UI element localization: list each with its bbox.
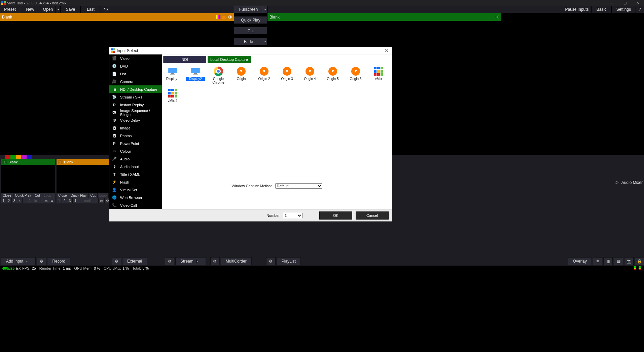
tile-quick play-button[interactable]: Quick Play [69, 193, 89, 198]
dialog-close-button[interactable]: ✕ [381, 48, 392, 53]
capture-item-origin-6[interactable]: Origin 6 [346, 67, 365, 84]
preset-button[interactable]: Preset [0, 6, 20, 13]
external-button[interactable]: External [122, 257, 147, 265]
playlist-button[interactable]: PlayList [277, 257, 301, 265]
category-stream-srt[interactable]: 📡Stream / SRT [109, 93, 162, 101]
category-dvd[interactable]: 💿DVD [109, 62, 162, 70]
pause-inputs-button[interactable]: Pause Inputs [563, 6, 592, 13]
overlay-3-button[interactable]: 3 [67, 198, 73, 203]
fade-button[interactable]: Fade▾ [234, 38, 267, 45]
record-button[interactable]: Record [47, 257, 70, 265]
input-tile[interactable]: 1BlankCloseQuick PlayCutLoop1234Audio▭⚙ [1, 159, 55, 203]
tile-cut-button[interactable]: Cut [33, 193, 42, 198]
quickplay-button[interactable]: Quick Play [234, 16, 267, 24]
overlay-button[interactable]: Overlay [568, 257, 592, 265]
chevron-down-icon[interactable]: ▾ [263, 38, 267, 45]
last-button[interactable]: Last [81, 6, 101, 13]
multicorder-settings-button[interactable]: ⚙ [210, 257, 220, 265]
monitor-icon[interactable]: ▭ [43, 198, 49, 203]
view-list-button[interactable]: ≡ [593, 257, 602, 265]
undo-button[interactable] [101, 6, 111, 13]
capture-item-vmix-2[interactable]: vMix 2 [163, 88, 182, 103]
new-button[interactable]: New [20, 6, 40, 13]
category-image-sequence-stinger[interactable]: 🖼Image Sequence / Stinger [109, 109, 162, 116]
help-button[interactable]: ? [636, 6, 644, 13]
category-instant-replay[interactable]: RInstant Replay [109, 101, 162, 109]
tile-quick play-button[interactable]: Quick Play [13, 193, 33, 198]
category-image[interactable]: 🖼Image [109, 124, 162, 132]
chevron-down-icon[interactable]: ▾ [196, 260, 201, 263]
tile-cut-button[interactable]: Cut [88, 193, 98, 198]
ok-button[interactable]: OK [319, 211, 352, 220]
audio-mixer-toggle[interactable]: Audio Mixer [614, 180, 643, 185]
color-tab[interactable] [16, 155, 21, 159]
capture-item-origin[interactable]: Origin [232, 67, 251, 84]
category-ndi-desktop-capture[interactable]: 🖥NDI / Desktop Capture [109, 85, 162, 93]
lock-button[interactable]: 🔒 [635, 257, 644, 265]
capture-item-vmix[interactable]: vMix [369, 67, 388, 84]
stream-settings-button[interactable]: ⚙ [165, 257, 174, 265]
category-audio-input[interactable]: 🎙Audio Input [109, 163, 162, 170]
tile-loop-button[interactable]: Loop [42, 193, 53, 198]
capture-item-display2[interactable]: Display2 [186, 67, 205, 84]
cut-button[interactable]: Cut [234, 27, 267, 35]
tile-loop-button[interactable]: Loop [98, 193, 109, 198]
tile-close-button[interactable]: Close [1, 193, 13, 198]
view-bars-button[interactable]: ▥ [603, 257, 613, 265]
cancel-button[interactable]: Cancel [356, 211, 389, 220]
category-photos[interactable]: 🖼Photos [109, 132, 162, 140]
window-minimize-button[interactable]: — [606, 0, 618, 6]
category-powerpoint[interactable]: PPowerPoint [109, 140, 162, 147]
stream-button[interactable]: Stream▾ [175, 257, 206, 265]
tile-close-button[interactable]: Close [57, 193, 69, 198]
capture-item-google-chrome[interactable]: Google Chrome [209, 67, 228, 84]
capture-item-origin-2[interactable]: Origin 2 [255, 67, 274, 84]
overlay-2-button[interactable]: 2 [6, 198, 12, 203]
external-settings-button[interactable]: ⚙ [112, 257, 121, 265]
record-settings-button[interactable]: ⚙ [37, 257, 46, 265]
settings-button[interactable]: Settings [612, 6, 636, 13]
category-title-xaml[interactable]: TTitle / XAML [109, 170, 162, 178]
open-button[interactable]: Open▾ [40, 6, 61, 13]
category-audio[interactable]: 🎤Audio [109, 155, 162, 163]
color-tab[interactable] [10, 155, 16, 159]
overlay-1-button[interactable]: 1 [1, 198, 6, 203]
overlay-1-button[interactable]: 1 [57, 198, 62, 203]
capture-item-origin-4[interactable]: Origin 4 [300, 67, 319, 84]
overlay-3-button[interactable]: 3 [12, 198, 17, 203]
capture-item-origin-3[interactable]: Origin 3 [278, 67, 296, 84]
grid-icon[interactable]: ▦ [221, 15, 226, 19]
category-video-delay[interactable]: ⏱Video Delay [109, 116, 162, 124]
input-tile[interactable]: 2BlankCloseQuick PlayCutLoop1234Audio▭⚙ [57, 159, 110, 203]
overlay-2-button[interactable]: 2 [62, 198, 67, 203]
playlist-settings-button[interactable]: ⚙ [266, 257, 276, 265]
category-list[interactable]: 📄List [109, 70, 162, 78]
category-camera[interactable]: 🎥Camera [109, 78, 162, 85]
chevron-down-icon[interactable]: ▾ [263, 6, 267, 13]
basic-button[interactable]: Basic [592, 6, 612, 13]
window-close-button[interactable]: ✕ [631, 0, 644, 6]
category-web-browser[interactable]: 🌐Web Browser [109, 194, 162, 201]
color-tab[interactable] [27, 155, 32, 159]
chevron-down-icon[interactable]: ▾ [26, 260, 31, 263]
open-dropdown-icon[interactable]: ▾ [56, 6, 60, 13]
overlay-4-button[interactable]: 4 [73, 198, 78, 203]
tab-ndi[interactable]: NDI [163, 56, 206, 63]
color-tab[interactable] [21, 155, 27, 159]
color-tab[interactable] [5, 155, 10, 159]
multicorder-button[interactable]: MultiCorder [221, 257, 252, 265]
colorbar-icon[interactable] [216, 15, 220, 19]
tab-local-desktop-capture[interactable]: Local Desktop Capture [208, 56, 251, 63]
category-colour[interactable]: ▭Colour [109, 147, 162, 155]
capture-item-origin-5[interactable]: Origin 5 [323, 67, 342, 84]
gear-icon[interactable] [495, 15, 499, 19]
capture-item-display1[interactable]: Display1 [163, 67, 182, 84]
view-grid-button[interactable]: ▦ [614, 257, 623, 265]
category-video-call[interactable]: 📞Video Call [109, 201, 162, 209]
category-video[interactable]: 🎬Video [109, 54, 162, 62]
overlay-4-button[interactable]: 4 [17, 198, 23, 203]
number-select[interactable]: 1 [283, 213, 302, 218]
capture-method-select[interactable]: Default [275, 183, 322, 189]
add-input-button[interactable]: Add Input▾ [1, 257, 36, 265]
window-maximize-button[interactable]: ▢ [618, 0, 631, 6]
